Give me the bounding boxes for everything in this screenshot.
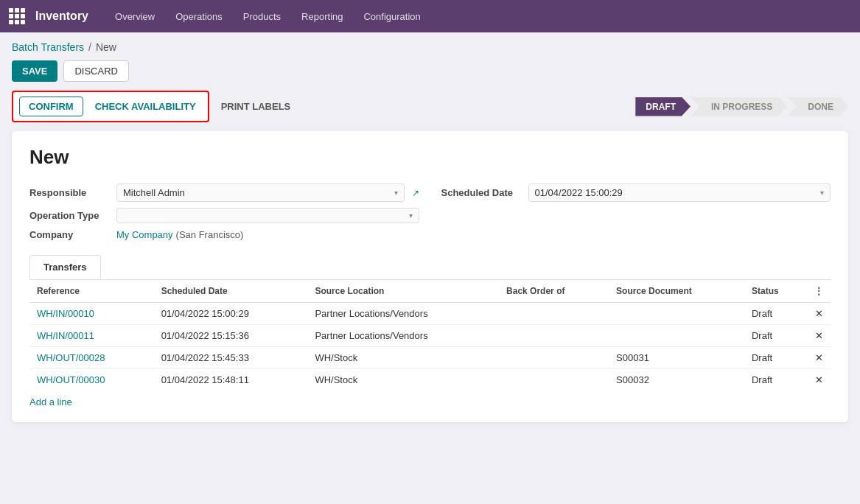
status-in-progress[interactable]: IN PROGRESS [691,97,787,116]
responsible-value: Mitchell Admin [123,187,185,198]
cell-reference[interactable]: WH/OUT/00030 [29,369,154,391]
cell-reference[interactable]: WH/OUT/00028 [29,347,154,369]
add-line-link[interactable]: Add a line [29,396,72,407]
main-card: New Responsible Mitchell Admin ▾ ↗ Sched… [12,131,848,422]
cell-source-document [609,325,744,347]
cell-status: Draft [744,303,807,325]
cell-source-document [609,303,744,325]
cell-source-location: WH/Stock [307,369,499,391]
cell-back-order [499,325,609,347]
save-toolbar: SAVE DISCARD [12,60,848,82]
cell-back-order [499,369,609,391]
col-source-document: Source Document [609,280,744,303]
company-row: Company My Company (San Francisco) [29,229,419,240]
table-row: WH/IN/00010 01/04/2022 15:00:29 Partner … [29,303,831,325]
form-fields: Responsible Mitchell Admin ▾ ↗ Scheduled… [29,183,831,240]
cell-remove[interactable]: ✕ [807,303,831,325]
breadcrumb-separator: / [88,41,91,53]
cell-scheduled-date: 01/04/2022 15:15:36 [154,325,308,347]
action-buttons-group: CONFIRM CHECK AVAILABILITY [12,91,209,122]
cell-source-location: Partner Locations/Vendors [307,325,499,347]
app-grid-icon[interactable] [9,8,25,24]
operation-type-input[interactable]: ▾ [116,208,419,223]
table-row: WH/OUT/00028 01/04/2022 15:45:33 WH/Stoc… [29,347,831,369]
cell-back-order [499,347,609,369]
responsible-label: Responsible [29,187,111,198]
responsible-dropdown-icon: ▾ [394,189,398,197]
cell-source-document: S00032 [609,369,744,391]
col-options[interactable]: ⋮ [807,280,831,303]
save-button[interactable]: SAVE [12,60,57,82]
cell-status: Draft [744,369,807,391]
operation-type-label: Operation Type [29,210,111,221]
table-row: WH/OUT/00030 01/04/2022 15:48:11 WH/Stoc… [29,369,831,391]
col-scheduled-date: Scheduled Date [154,280,308,303]
cell-status: Draft [744,325,807,347]
action-row: CONFIRM CHECK AVAILABILITY PRINT LABELS … [12,91,848,122]
col-source-location: Source Location [307,280,499,303]
nav-reporting[interactable]: Reporting [293,8,352,25]
col-reference: Reference [29,280,154,303]
scheduled-date-input[interactable]: 01/04/2022 15:00:29 ▾ [528,183,831,202]
page-body: Batch Transfers / New SAVE DISCARD CONFI… [0,32,860,431]
app-brand: Inventory [35,10,88,23]
print-labels-button[interactable]: PRINT LABELS [215,97,297,116]
nav-configuration[interactable]: Configuration [354,8,429,25]
tabs: Transfers [29,255,831,280]
nav-operations[interactable]: Operations [167,8,231,25]
company-city: (San Francisco) [176,229,244,240]
table-row: WH/IN/00011 01/04/2022 15:15:36 Partner … [29,325,831,347]
company-value: My Company (San Francisco) [116,229,419,240]
check-availability-button[interactable]: CHECK AVAILABILITY [89,97,202,116]
breadcrumb-parent[interactable]: Batch Transfers [12,41,84,53]
record-title: New [29,146,831,169]
responsible-external-link-icon[interactable]: ↗ [412,188,419,198]
breadcrumb-current: New [96,41,116,53]
scheduled-date-value: 01/04/2022 15:00:29 [535,187,623,198]
responsible-input[interactable]: Mitchell Admin ▾ [116,183,405,202]
cell-scheduled-date: 01/04/2022 15:45:33 [154,347,308,369]
responsible-row: Responsible Mitchell Admin ▾ ↗ [29,183,419,202]
cell-remove[interactable]: ✕ [807,347,831,369]
nav-overview[interactable]: Overview [106,8,164,25]
col-back-order: Back Order of [499,280,609,303]
cell-source-document: S00031 [609,347,744,369]
status-done[interactable]: DONE [787,97,848,116]
cell-source-location: WH/Stock [307,347,499,369]
tab-transfers[interactable]: Transfers [29,255,101,279]
cell-back-order [499,303,609,325]
scheduled-date-label: Scheduled Date [441,187,522,198]
scheduled-date-row: Scheduled Date 01/04/2022 15:00:29 ▾ [441,183,831,202]
cell-reference[interactable]: WH/IN/00010 [29,303,154,325]
confirm-button[interactable]: CONFIRM [19,97,83,116]
company-link[interactable]: My Company [116,229,173,240]
cell-reference[interactable]: WH/IN/00011 [29,325,154,347]
transfers-table: Reference Scheduled Date Source Location… [29,280,831,391]
cell-scheduled-date: 01/04/2022 15:00:29 [154,303,308,325]
topnav: Inventory Overview Operations Products R… [0,0,860,32]
scheduled-date-dropdown-icon: ▾ [820,189,824,197]
cell-status: Draft [744,347,807,369]
cell-remove[interactable]: ✕ [807,325,831,347]
status-steps: DRAFT IN PROGRESS DONE [635,97,848,116]
col-status: Status [744,280,807,303]
status-draft[interactable]: DRAFT [635,97,691,116]
cell-remove[interactable]: ✕ [807,369,831,391]
cell-scheduled-date: 01/04/2022 15:48:11 [154,369,308,391]
nav-products[interactable]: Products [234,8,290,25]
operation-type-row: Operation Type ▾ [29,208,419,223]
breadcrumb: Batch Transfers / New [12,41,848,53]
cell-source-location: Partner Locations/Vendors [307,303,499,325]
company-label: Company [29,229,111,240]
discard-button[interactable]: DISCARD [63,60,129,82]
operation-type-dropdown-icon: ▾ [409,211,413,220]
